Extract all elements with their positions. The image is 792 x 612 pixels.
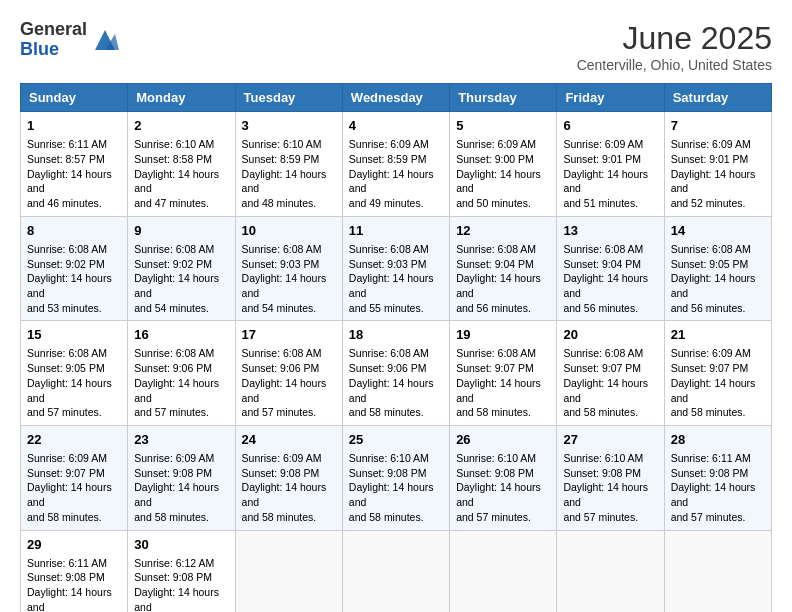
calendar-week-3: 15Sunrise: 6:08 AMSunset: 9:05 PMDayligh… (21, 321, 772, 426)
sunset-text: Sunset: 9:03 PM (349, 258, 427, 270)
calendar-cell: 24Sunrise: 6:09 AMSunset: 9:08 PMDayligh… (235, 425, 342, 530)
sunset-text: Sunset: 9:07 PM (27, 467, 105, 479)
sunset-text: Sunset: 9:07 PM (671, 362, 749, 374)
daylight-label: Daylight: 14 hours and (456, 377, 541, 404)
sunset-text: Sunset: 8:57 PM (27, 153, 105, 165)
weekday-header-saturday: Saturday (664, 84, 771, 112)
day-number: 12 (456, 222, 550, 240)
day-number: 29 (27, 536, 121, 554)
daylight-label: Daylight: 14 hours and (242, 272, 327, 299)
sunrise-text: Sunrise: 6:08 AM (456, 243, 536, 255)
sunset-text: Sunset: 9:00 PM (456, 153, 534, 165)
sunset-text: Sunset: 8:59 PM (349, 153, 427, 165)
daylight-label: Daylight: 14 hours and (27, 168, 112, 195)
day-number: 26 (456, 431, 550, 449)
day-number: 24 (242, 431, 336, 449)
daylight-minutes: and 57 minutes. (27, 406, 102, 418)
daylight-label: Daylight: 14 hours and (27, 272, 112, 299)
daylight-minutes: and 58 minutes. (456, 406, 531, 418)
calendar-cell: 1Sunrise: 6:11 AMSunset: 8:57 PMDaylight… (21, 112, 128, 217)
sunrise-text: Sunrise: 6:08 AM (456, 347, 536, 359)
calendar-cell: 27Sunrise: 6:10 AMSunset: 9:08 PMDayligh… (557, 425, 664, 530)
daylight-label: Daylight: 14 hours and (242, 168, 327, 195)
day-number: 9 (134, 222, 228, 240)
sunrise-text: Sunrise: 6:08 AM (242, 243, 322, 255)
sunrise-text: Sunrise: 6:08 AM (563, 347, 643, 359)
sunrise-text: Sunrise: 6:08 AM (134, 243, 214, 255)
day-number: 15 (27, 326, 121, 344)
daylight-minutes: and 47 minutes. (134, 197, 209, 209)
daylight-label: Daylight: 14 hours and (456, 168, 541, 195)
daylight-minutes: and 49 minutes. (349, 197, 424, 209)
calendar-week-2: 8Sunrise: 6:08 AMSunset: 9:02 PMDaylight… (21, 216, 772, 321)
day-number: 21 (671, 326, 765, 344)
weekday-header-monday: Monday (128, 84, 235, 112)
daylight-minutes: and 58 minutes. (671, 406, 746, 418)
daylight-label: Daylight: 14 hours and (456, 272, 541, 299)
sunrise-text: Sunrise: 6:11 AM (671, 452, 751, 464)
daylight-minutes: and 58 minutes. (349, 511, 424, 523)
day-number: 4 (349, 117, 443, 135)
sunrise-text: Sunrise: 6:08 AM (563, 243, 643, 255)
day-number: 3 (242, 117, 336, 135)
daylight-minutes: and 56 minutes. (563, 302, 638, 314)
sunset-text: Sunset: 9:01 PM (563, 153, 641, 165)
weekday-header-sunday: Sunday (21, 84, 128, 112)
daylight-label: Daylight: 14 hours and (242, 481, 327, 508)
calendar-cell: 11Sunrise: 6:08 AMSunset: 9:03 PMDayligh… (342, 216, 449, 321)
day-number: 8 (27, 222, 121, 240)
sunset-text: Sunset: 9:08 PM (242, 467, 320, 479)
day-number: 2 (134, 117, 228, 135)
sunrise-text: Sunrise: 6:09 AM (134, 452, 214, 464)
calendar-cell: 29Sunrise: 6:11 AMSunset: 9:08 PMDayligh… (21, 530, 128, 612)
calendar-cell (342, 530, 449, 612)
daylight-label: Daylight: 14 hours and (671, 272, 756, 299)
day-number: 20 (563, 326, 657, 344)
sunrise-text: Sunrise: 6:08 AM (242, 347, 322, 359)
day-number: 27 (563, 431, 657, 449)
sunset-text: Sunset: 9:08 PM (134, 467, 212, 479)
daylight-label: Daylight: 14 hours and (349, 377, 434, 404)
sunrise-text: Sunrise: 6:09 AM (456, 138, 536, 150)
daylight-minutes: and 46 minutes. (27, 197, 102, 209)
calendar-cell: 14Sunrise: 6:08 AMSunset: 9:05 PMDayligh… (664, 216, 771, 321)
sunset-text: Sunset: 9:08 PM (349, 467, 427, 479)
sunrise-text: Sunrise: 6:09 AM (27, 452, 107, 464)
daylight-label: Daylight: 14 hours and (134, 168, 219, 195)
calendar-cell: 25Sunrise: 6:10 AMSunset: 9:08 PMDayligh… (342, 425, 449, 530)
daylight-minutes: and 50 minutes. (456, 197, 531, 209)
sunrise-text: Sunrise: 6:12 AM (134, 557, 214, 569)
daylight-minutes: and 57 minutes. (134, 406, 209, 418)
day-number: 18 (349, 326, 443, 344)
sunset-text: Sunset: 9:01 PM (671, 153, 749, 165)
daylight-minutes: and 55 minutes. (349, 302, 424, 314)
calendar-cell: 6Sunrise: 6:09 AMSunset: 9:01 PMDaylight… (557, 112, 664, 217)
calendar-cell: 21Sunrise: 6:09 AMSunset: 9:07 PMDayligh… (664, 321, 771, 426)
calendar-week-5: 29Sunrise: 6:11 AMSunset: 9:08 PMDayligh… (21, 530, 772, 612)
sunset-text: Sunset: 9:08 PM (456, 467, 534, 479)
sunset-text: Sunset: 9:03 PM (242, 258, 320, 270)
sunset-text: Sunset: 8:58 PM (134, 153, 212, 165)
calendar-cell: 3Sunrise: 6:10 AMSunset: 8:59 PMDaylight… (235, 112, 342, 217)
day-number: 7 (671, 117, 765, 135)
calendar-cell: 10Sunrise: 6:08 AMSunset: 9:03 PMDayligh… (235, 216, 342, 321)
calendar-cell: 7Sunrise: 6:09 AMSunset: 9:01 PMDaylight… (664, 112, 771, 217)
logo-icon (91, 26, 119, 54)
day-number: 22 (27, 431, 121, 449)
daylight-minutes: and 57 minutes. (563, 511, 638, 523)
daylight-minutes: and 58 minutes. (563, 406, 638, 418)
sunset-text: Sunset: 9:04 PM (563, 258, 641, 270)
calendar-cell: 4Sunrise: 6:09 AMSunset: 8:59 PMDaylight… (342, 112, 449, 217)
weekday-header-tuesday: Tuesday (235, 84, 342, 112)
sunrise-text: Sunrise: 6:10 AM (242, 138, 322, 150)
day-number: 10 (242, 222, 336, 240)
sunset-text: Sunset: 9:06 PM (134, 362, 212, 374)
calendar-cell: 16Sunrise: 6:08 AMSunset: 9:06 PMDayligh… (128, 321, 235, 426)
day-number: 30 (134, 536, 228, 554)
logo-general: General (20, 20, 87, 40)
calendar-cell: 20Sunrise: 6:08 AMSunset: 9:07 PMDayligh… (557, 321, 664, 426)
day-number: 11 (349, 222, 443, 240)
page-header: General Blue June 2025 Centerville, Ohio… (20, 20, 772, 73)
daylight-label: Daylight: 14 hours and (27, 481, 112, 508)
daylight-label: Daylight: 14 hours and (349, 168, 434, 195)
